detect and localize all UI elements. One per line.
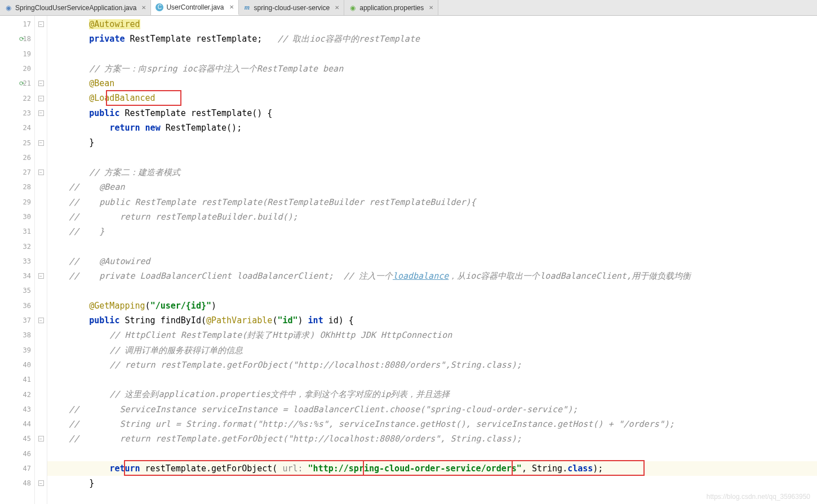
fold-marker-icon[interactable]: − — [38, 21, 44, 27]
fold-marker-icon[interactable]: − — [38, 140, 44, 146]
code-token: // HttpClient RestTemplate(封装了Http请求) OK… — [109, 330, 452, 340]
tab-usercontroller-java[interactable]: CUserController.java✕ — [151, 0, 238, 15]
tab-application-properties[interactable]: ◉application.properties✕ — [344, 0, 438, 15]
close-icon[interactable]: ✕ — [227, 4, 234, 10]
fold-marker-icon[interactable]: − — [38, 318, 44, 323]
code-line[interactable]: // ServiceInstance serviceInstance = loa… — [47, 402, 817, 417]
fold-gutter: − — [35, 76, 47, 91]
code-token: @PathVariable — [206, 315, 272, 325]
tab-label: spring-cloud-user-service — [254, 4, 330, 12]
fold-marker-icon[interactable]: − — [38, 96, 44, 101]
code-token: // return restTemplate.getForObject("htt… — [109, 360, 522, 370]
code-line[interactable]: @GetMapping("/user/{id}") — [47, 298, 817, 313]
run-gutter-icon[interactable]: ⟳ — [19, 35, 24, 43]
line-number: 18⟳ — [0, 32, 34, 46]
code-token: restTemplate() { — [191, 108, 273, 118]
code-line[interactable]: // HttpClient RestTemplate(封装了Http请求) OK… — [47, 328, 817, 342]
maven-icon: m — [243, 4, 251, 12]
fold-marker-icon[interactable]: − — [38, 170, 44, 175]
code-line[interactable]: @LoadBalanced — [47, 91, 817, 105]
code-token: // 这里会到application.properties文件中，拿到这个名字对… — [109, 389, 450, 399]
code-line[interactable]: // return restTemplate.getForObject("htt… — [47, 431, 817, 446]
fold-marker-icon[interactable]: − — [38, 436, 44, 441]
code-line[interactable]: // String url = String.format("http://%s… — [47, 417, 817, 431]
code-token: // 方案一：向spring ioc容器中注入一个RestTemplate be… — [89, 64, 343, 74]
line-number: 34 — [0, 269, 34, 283]
line-number: 37 — [0, 313, 34, 328]
code-line[interactable]: } — [47, 476, 817, 490]
tab-springclouduserserviceapplication-java[interactable]: ◉SpringCloudUserServiceApplication.java✕ — [0, 0, 151, 15]
code-line[interactable]: @Bean — [47, 76, 817, 91]
code-line[interactable]: // return restTemplateBuilder.build(); — [47, 209, 817, 224]
editor: 1718⟳192021⟳2223242526272829303132333435… — [0, 16, 817, 504]
code-line[interactable]: // 方案二：建造者模式 — [47, 165, 817, 180]
code-token: class — [567, 463, 593, 474]
code-token: spring-cloud-order-service — [349, 463, 481, 474]
line-number: 42 — [0, 387, 34, 402]
code-line[interactable]: // 这里会到application.properties文件中，拿到这个名字对… — [47, 387, 817, 402]
code-token: public — [89, 315, 125, 325]
line-number: 40 — [0, 358, 34, 372]
fold-column: −−−−−−−−−− — [35, 16, 47, 504]
tab-label: application.properties — [359, 4, 424, 12]
code-line[interactable]: // private LoadBalancerClient loadBalanc… — [47, 269, 817, 283]
tab-spring-cloud-user-service[interactable]: mspring-cloud-user-service✕ — [239, 0, 345, 15]
fold-gutter: − — [35, 313, 47, 328]
code-line[interactable] — [47, 283, 817, 298]
code-token: // return restTemplateBuilder.build(); — [69, 212, 298, 222]
code-line[interactable] — [47, 372, 817, 387]
code-line[interactable] — [47, 239, 817, 253]
code-token: @GetMapping — [89, 301, 145, 311]
close-icon[interactable]: ✕ — [332, 5, 339, 11]
code-line[interactable]: public String findById(@PathVariable("id… — [47, 313, 817, 328]
code-line[interactable] — [47, 447, 817, 461]
code-line[interactable] — [47, 150, 817, 165]
code-line[interactable]: // 方案一：向spring ioc容器中注入一个RestTemplate be… — [47, 61, 817, 76]
code-token: // private LoadBalancerClient loadBalanc… — [69, 271, 393, 281]
code-token: ) — [211, 301, 216, 311]
fold-marker-icon[interactable]: − — [38, 81, 44, 86]
fold-marker-icon[interactable]: − — [38, 273, 44, 279]
fold-gutter — [35, 239, 47, 253]
tab-bar: ◉SpringCloudUserServiceApplication.java✕… — [0, 0, 817, 16]
code-token: , String. — [522, 463, 567, 474]
close-icon[interactable]: ✕ — [139, 5, 146, 11]
fold-marker-icon[interactable]: − — [38, 110, 44, 116]
code-line[interactable]: return restTemplate.getForObject( url: "… — [47, 461, 817, 476]
fold-marker-icon[interactable]: − — [38, 480, 44, 486]
code-token: RestTemplate(); — [166, 123, 242, 133]
line-number: 21⟳ — [0, 76, 34, 91]
code-token: restTemplate. — [145, 463, 211, 474]
code-token: "/user/{id}" — [150, 301, 211, 311]
fold-gutter — [35, 32, 47, 46]
code-line[interactable]: // } — [47, 224, 817, 239]
tab-label: UserController.java — [166, 3, 224, 11]
line-number: 19 — [0, 47, 34, 61]
close-icon[interactable]: ✕ — [427, 5, 433, 11]
line-number: 43 — [0, 402, 34, 417]
code-line[interactable]: public RestTemplate restTemplate() { — [47, 106, 817, 121]
code-line[interactable]: // @Autowired — [47, 254, 817, 269]
code-token: ( — [145, 301, 150, 311]
code-line[interactable]: // 调用订单的服务获得订单的信息 — [47, 343, 817, 358]
code-line[interactable]: } — [47, 135, 817, 150]
code-line[interactable] — [47, 47, 817, 61]
run-gutter-icon[interactable]: ⟳ — [19, 80, 24, 87]
code-line[interactable]: // return restTemplate.getForObject("htt… — [47, 358, 817, 372]
code-line[interactable]: return new RestTemplate(); — [47, 121, 817, 135]
code-token: // @Autowired — [69, 256, 150, 266]
line-number: 24 — [0, 121, 34, 135]
code-token: int — [308, 315, 328, 325]
code-token: @LoadBalanced — [89, 93, 155, 103]
code-line[interactable]: @Autowired — [47, 17, 817, 32]
code-line[interactable]: // @Bean — [47, 180, 817, 194]
code-token: findById( — [161, 315, 206, 325]
code-token: /orders" — [481, 463, 522, 474]
tab-label: SpringCloudUserServiceApplication.java — [15, 4, 136, 12]
code-token: ，从ioc容器中取出一个loadBalanceClient,用于做负载均衡 — [449, 271, 691, 281]
code-line[interactable]: // public RestTemplate restTemplate(Rest… — [47, 195, 817, 209]
code-line[interactable]: private RestTemplate restTemplate; // 取出… — [47, 32, 817, 46]
code-area[interactable]: @Autowired private RestTemplate restTemp… — [47, 16, 817, 504]
class-icon: C — [156, 3, 163, 11]
line-number: 17 — [0, 17, 34, 32]
